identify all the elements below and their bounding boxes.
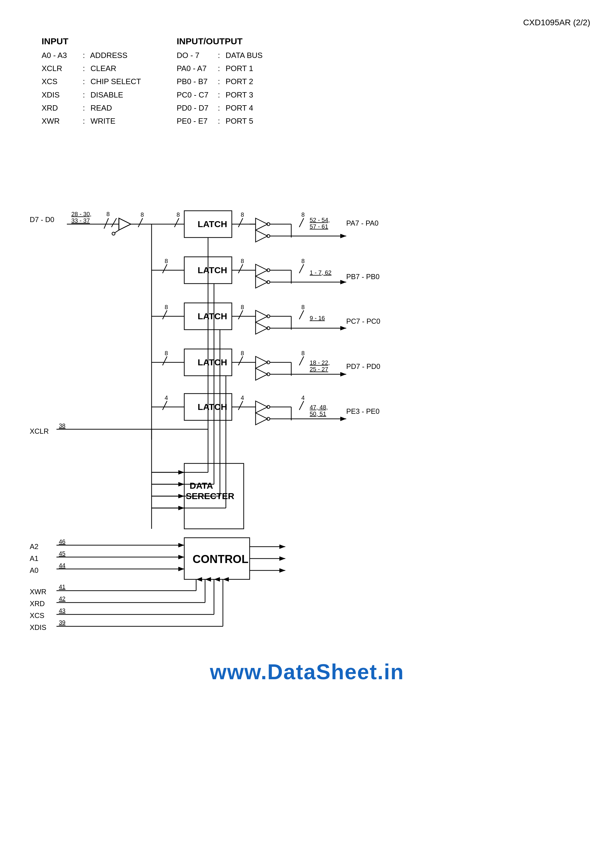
bus-8-latch3-in: 8: [164, 304, 168, 310]
tristate-pc-bot: [256, 322, 267, 334]
xrd-pin: 42: [59, 595, 65, 602]
page: CXD1095AR (2/2) INPUT A0 - A3 : ADDRESS …: [0, 0, 614, 868]
main-diagram-svg: D7 - D0 28 - 30, 33 - 37 8 8: [24, 143, 588, 642]
latch1-label: LATCH: [198, 219, 227, 229]
bus-8-latch2-out: 8: [241, 258, 244, 264]
bus-8-latch3-out: 8: [241, 304, 244, 310]
pd-pins2: 25 - 27: [310, 366, 328, 372]
pe-pins2: 50, 51: [310, 411, 326, 417]
bus-8-pa-out: 8: [301, 211, 305, 218]
tristate-pd-bot: [256, 368, 267, 380]
xwr-bottom-label: XWR: [30, 588, 47, 596]
tristate-pa-top: [256, 218, 267, 230]
pin-33-37: 33 - 37: [71, 217, 90, 224]
svg-line-53: [238, 401, 243, 410]
signal-a0a3: A0 - A3 : ADDRESS: [42, 49, 141, 62]
bus-4-pe-out: 4: [301, 394, 305, 401]
xdis-pin: 39: [59, 619, 65, 626]
bus-8-latch2-in: 8: [164, 258, 168, 264]
tristate-pe-top: [256, 401, 267, 413]
a0-pin: 44: [59, 562, 65, 569]
a0-label: A0: [30, 566, 38, 574]
signal-xclr: XCLR : CLEAR: [42, 62, 141, 75]
signal-xwr: XWR : WRITE: [42, 115, 141, 127]
signal-pc: PC0 - C7 : PORT 3: [177, 88, 262, 101]
tristate-pc-top: [256, 310, 267, 322]
signal-xrd: XRD : READ: [42, 101, 141, 115]
pd-pins: 18 - 22,: [310, 360, 330, 366]
svg-line-31: [163, 310, 167, 319]
svg-line-28: [299, 264, 304, 273]
xdis-bottom-label: XDIS: [30, 623, 47, 631]
svg-line-51: [163, 401, 167, 410]
control-label: CONTROL: [192, 553, 248, 566]
input-title: INPUT: [42, 36, 141, 46]
a2-label: A2: [30, 542, 38, 550]
signal-xcs: XCS : CHIP SELECT: [42, 75, 141, 88]
svg-line-43: [238, 356, 243, 365]
svg-line-33: [238, 310, 243, 319]
svg-line-38: [299, 310, 304, 319]
buffer-triangle: [119, 218, 131, 230]
latch4-label: LATCH: [198, 357, 227, 367]
signal-do7: DO - 7 : DATA BUS: [177, 49, 262, 62]
bus-8-pb-out: 8: [301, 258, 305, 264]
watermark: www.DataSheet.in: [24, 660, 590, 684]
svg-line-48: [299, 356, 304, 365]
tristate-pe-bot: [256, 413, 267, 425]
d7d0-label: D7 - D0: [30, 215, 54, 223]
pe-port-label: PE3 - PE0: [346, 407, 380, 415]
svg-line-11: [174, 218, 179, 227]
bus-8-latch4-out: 8: [241, 350, 244, 356]
bus-8-latch4-in: 8: [164, 350, 168, 356]
pb-port-label: PB7 - PB0: [346, 273, 380, 281]
a2-pin: 46: [59, 538, 65, 545]
pd-port-label: PD7 - PD0: [346, 363, 380, 370]
signal-table: INPUT A0 - A3 : ADDRESS XCLR : CLEAR XCS…: [42, 36, 590, 127]
pc-pins: 9 - 16: [310, 315, 325, 321]
pe-pins: 47, 48,: [310, 404, 328, 411]
bus-width-8-input: 8: [106, 211, 110, 217]
xclr-label: XCLR: [30, 427, 49, 435]
svg-line-23: [238, 264, 243, 273]
bus-4-latch5-out: 4: [241, 394, 244, 401]
bus-8-latch1-out: 8: [241, 211, 244, 218]
latch2-label: LATCH: [198, 265, 227, 275]
signal-pd: PD0 - D7 : PORT 4: [177, 101, 262, 115]
a1-label: A1: [30, 554, 38, 563]
tristate-pb-bot: [256, 276, 267, 288]
svg-line-3: [104, 218, 109, 229]
latch5-label: LATCH: [198, 402, 227, 412]
header-reference: CXD1095AR (2/2): [24, 18, 590, 27]
signal-pa: PA0 - A7 : PORT 1: [177, 62, 262, 75]
pa-port-label: PA7 - PA0: [346, 219, 378, 227]
signal-pe: PE0 - E7 : PORT 5: [177, 115, 262, 127]
io-column: INPUT/OUTPUT DO - 7 : DATA BUS PA0 - A7 …: [177, 36, 262, 127]
tristate-pd-top: [256, 356, 267, 368]
data-label: DATA: [190, 480, 213, 490]
svg-line-13: [238, 218, 243, 227]
pa-pins-52: 52 - 54,: [310, 217, 330, 223]
io-title: INPUT/OUTPUT: [177, 36, 262, 46]
latch3-label: LATCH: [198, 311, 227, 321]
tristate-pb-top: [256, 264, 267, 276]
svg-line-8: [115, 230, 119, 233]
pb-pins: 1 - 7, 62: [310, 269, 331, 276]
bus-8-pd-out: 8: [301, 350, 305, 356]
pin-28-30: 28 - 30,: [71, 211, 91, 217]
xcs-bottom-label: XCS: [30, 611, 44, 620]
xclr-pin: 38: [59, 422, 65, 429]
bus-4-latch5-in: 4: [164, 394, 168, 401]
svg-line-18: [299, 218, 304, 227]
pa-pins-57: 57 - 61: [310, 223, 328, 230]
bus-8-latch1-in: 8: [177, 211, 180, 218]
svg-line-41: [163, 356, 167, 365]
signal-xdis: XDIS : DISABLE: [42, 88, 141, 101]
inv-buffer-triangle: [119, 218, 131, 230]
circuit-diagram: D7 - D0 28 - 30, 33 - 37 8 8: [24, 143, 590, 642]
xwr-pin: 41: [59, 584, 65, 590]
svg-line-7: [138, 218, 143, 227]
input-column: INPUT A0 - A3 : ADDRESS XCLR : CLEAR XCS…: [42, 36, 141, 127]
signal-pb: PB0 - B7 : PORT 2: [177, 75, 262, 88]
invert-bubble: [112, 232, 115, 235]
